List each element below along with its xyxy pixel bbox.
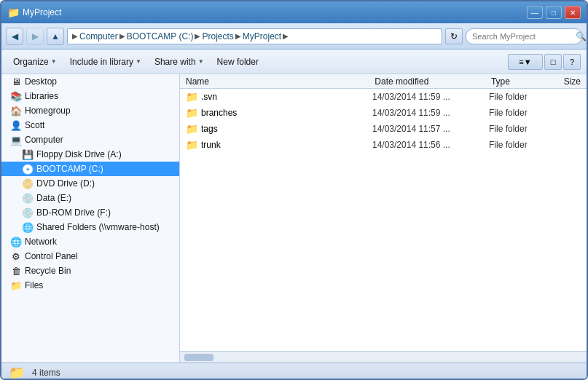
- sidebar-item-bdrom[interactable]: 💿BD-ROM Drive (F:): [1, 205, 179, 220]
- sidebar-item-homegroup[interactable]: 🏠Homegroup: [1, 103, 179, 118]
- sidebar-item-libraries[interactable]: 📚Libraries: [1, 89, 179, 103]
- horizontal-scrollbar[interactable]: [180, 351, 587, 363]
- status-item-count: 4 items: [32, 368, 60, 378]
- path-segment-3[interactable]: MyProject: [243, 31, 281, 41]
- sidebar-item-dvd[interactable]: 📀DVD Drive (D:): [1, 176, 179, 191]
- search-box: 🔍: [466, 28, 582, 44]
- address-path[interactable]: ▶ Computer ▶ BOOTCAMP (C:) ▶ Projects ▶ …: [67, 28, 442, 44]
- organize-button[interactable]: Organize ▼: [7, 52, 63, 71]
- sidebar-item-network[interactable]: 🌐Network: [1, 234, 179, 249]
- table-row[interactable]: 📁trunk14/03/2014 11:56 ...File folder: [180, 137, 587, 153]
- path-segment-1[interactable]: BOOTCAMP (C:): [127, 31, 194, 41]
- include-label: Include in library: [70, 57, 133, 67]
- file-type-cell-2: File folder: [489, 124, 562, 134]
- sidebar-item-icon-desktop: 🖥: [10, 76, 22, 87]
- sidebar-item-shared[interactable]: 🌐Shared Folders (\\vmware-host): [1, 220, 179, 234]
- back-button[interactable]: ◀: [6, 28, 23, 45]
- sidebar-item-icon-computer: 💻: [10, 134, 22, 146]
- sidebar-item-label-dvd: DVD Drive (D:): [36, 178, 95, 189]
- file-name-cell-2: 📁tags: [183, 123, 372, 135]
- toolbar: Organize ▼ Include in library ▼ Share wi…: [1, 50, 587, 74]
- title-bar-controls: — □ ✕: [527, 6, 581, 19]
- file-date-cell-3: 14/03/2014 11:56 ...: [372, 140, 489, 150]
- share-with-button[interactable]: Share with ▼: [149, 52, 210, 71]
- file-name-cell-1: 📁branches: [183, 107, 372, 119]
- sidebar-item-label-desktop: Desktop: [25, 76, 57, 87]
- search-icon: 🔍: [576, 31, 587, 41]
- file-folder-icon: 📁: [186, 123, 198, 135]
- help-button[interactable]: ?: [563, 54, 581, 70]
- sidebar-item-label-computer: Computer: [25, 135, 63, 145]
- sidebar-item-icon-files: 📁: [10, 280, 22, 291]
- sidebar-item-label-control_panel: Control Panel: [25, 251, 78, 261]
- sidebar-item-files[interactable]: 📁Files: [1, 278, 179, 293]
- file-folder-icon: 📁: [186, 91, 198, 103]
- sidebar-item-recycle_bin[interactable]: 🗑Recycle Bin: [1, 264, 179, 278]
- sidebar-item-icon-floppy: 💾: [22, 149, 34, 160]
- h-scroll-thumb[interactable]: [184, 354, 213, 361]
- new-folder-button[interactable]: New folder: [211, 52, 264, 71]
- sidebar-item-icon-data: 💿: [22, 192, 34, 204]
- table-row[interactable]: 📁.svn14/03/2014 11:59 ...File folder: [180, 89, 587, 105]
- refresh-button[interactable]: ↻: [445, 28, 463, 44]
- file-date-cell-1: 14/03/2014 11:59 ...: [372, 108, 489, 118]
- sidebar-item-label-files: Files: [25, 280, 43, 290]
- share-arrow-icon: ▼: [198, 58, 204, 65]
- file-name-cell-3: 📁trunk: [183, 139, 372, 151]
- sidebar-item-icon-network: 🌐: [10, 236, 22, 248]
- col-header-date[interactable]: Date modified: [369, 75, 485, 88]
- file-folder-icon: 📁: [186, 139, 198, 151]
- status-folder-icon: 📁: [9, 365, 25, 381]
- status-bar: 📁 4 items: [1, 363, 587, 380]
- address-bar: ◀ ▶ ▲ ▶ Computer ▶ BOOTCAMP (C:) ▶ Proje…: [1, 23, 587, 50]
- close-button[interactable]: ✕: [565, 6, 581, 19]
- file-name-label: .svn: [201, 92, 217, 102]
- sidebar-item-label-bootcamp: BOOTCAMP (C:): [36, 164, 103, 174]
- up-button[interactable]: ▲: [47, 28, 64, 45]
- title-bar-left: 📁 MyProject: [7, 7, 61, 18]
- sidebar-item-label-floppy: Floppy Disk Drive (A:): [36, 149, 122, 159]
- path-arrow-3: ▶: [235, 32, 241, 40]
- h-scroll-track: [180, 352, 587, 363]
- sidebar-item-computer[interactable]: 💻Computer: [1, 132, 179, 147]
- sidebar-item-label-libraries: Libraries: [25, 91, 58, 101]
- sidebar: 🖥Desktop📚Libraries🏠Homegroup👤Scott💻Compu…: [1, 74, 180, 363]
- col-header-name[interactable]: Name: [180, 75, 369, 88]
- file-type-cell-1: File folder: [489, 108, 562, 118]
- minimize-button[interactable]: —: [527, 6, 543, 19]
- sidebar-item-icon-dvd: 📀: [22, 178, 34, 189]
- title-bar: 📁 MyProject — □ ✕: [1, 1, 587, 23]
- path-segment-2[interactable]: Projects: [202, 31, 233, 41]
- include-library-button[interactable]: Include in library ▼: [64, 52, 147, 71]
- sidebar-item-icon-homegroup: 🏠: [10, 105, 22, 116]
- sidebar-item-desktop[interactable]: 🖥Desktop: [1, 74, 179, 89]
- organize-label: Organize: [13, 57, 49, 67]
- window-icon: 📁: [7, 7, 20, 18]
- organize-arrow-icon: ▼: [51, 58, 57, 65]
- sidebar-item-icon-shared: 🌐: [22, 221, 34, 233]
- path-arrow-0: ▶: [72, 32, 78, 40]
- sidebar-item-control_panel[interactable]: ⚙Control Panel: [1, 249, 179, 264]
- sidebar-item-icon-control_panel: ⚙: [10, 250, 22, 262]
- sidebar-item-label-recycle_bin: Recycle Bin: [25, 266, 71, 276]
- path-segment-0[interactable]: Computer: [79, 31, 118, 41]
- sidebar-item-floppy[interactable]: 💾Floppy Disk Drive (A:): [1, 147, 179, 162]
- maximize-button[interactable]: □: [546, 6, 562, 19]
- forward-button[interactable]: ▶: [26, 28, 44, 45]
- file-name-cell-0: 📁.svn: [183, 91, 372, 103]
- path-arrow-4: ▶: [283, 32, 289, 40]
- table-row[interactable]: 📁branches14/03/2014 11:59 ...File folder: [180, 105, 587, 121]
- table-row[interactable]: 📁tags14/03/2014 11:57 ...File folder: [180, 121, 587, 137]
- view-controls: ≡▼ □ ?: [508, 54, 581, 70]
- sidebar-item-bootcamp[interactable]: 💿BOOTCAMP (C:): [1, 162, 179, 176]
- sidebar-item-icon-scott: 👤: [10, 119, 22, 131]
- sidebar-item-scott[interactable]: 👤Scott: [1, 118, 179, 132]
- search-input[interactable]: [472, 32, 573, 41]
- preview-pane-button[interactable]: □: [544, 54, 562, 70]
- sidebar-item-data[interactable]: 💿Data (E:): [1, 191, 179, 205]
- new-folder-label: New folder: [217, 57, 259, 67]
- column-headers: Name Date modified Type Size: [180, 74, 587, 89]
- col-header-size[interactable]: Size: [558, 75, 587, 88]
- col-header-type[interactable]: Type: [485, 75, 558, 88]
- view-toggle-button[interactable]: ≡▼: [508, 54, 543, 70]
